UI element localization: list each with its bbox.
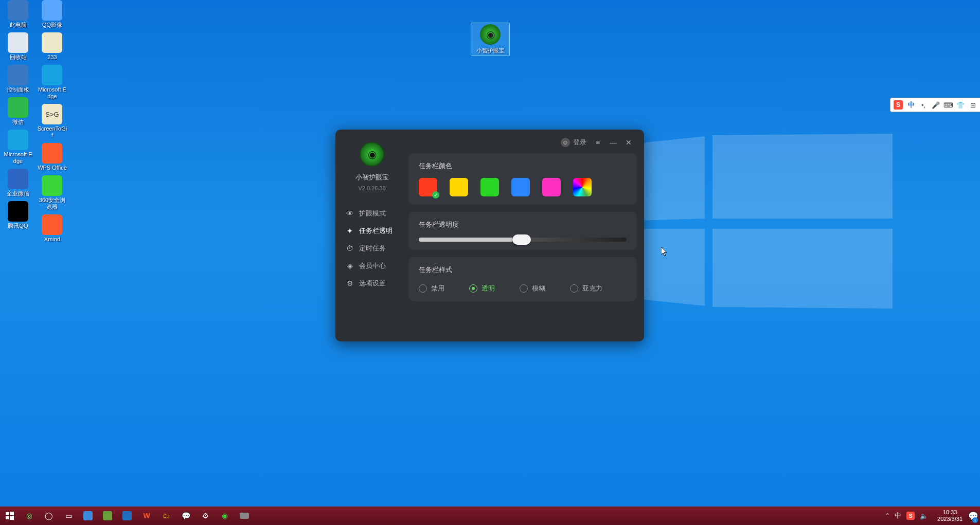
color-swatch-0[interactable]: ✓	[419, 178, 437, 196]
app-icon	[42, 175, 62, 196]
color-swatches: ✓	[419, 178, 627, 196]
radio-label: 禁用	[431, 284, 444, 293]
desktop-icon[interactable]: 360安全浏览器	[36, 175, 68, 210]
desktop-icon-label: Xmind	[44, 236, 60, 243]
desktop-icon[interactable]: Microsoft Edge	[36, 65, 68, 100]
login-label: 登录	[573, 138, 586, 147]
sidebar-item-2[interactable]: ⏱定时任务	[335, 240, 408, 257]
nav-label: 定时任务	[359, 244, 386, 253]
clock-time: 10:33	[937, 509, 963, 516]
svg-rect-6	[10, 512, 14, 515]
tray-chevron-up-icon[interactable]: ˄	[886, 512, 889, 520]
desktop-icon[interactable]: 233	[36, 32, 68, 61]
desktop-icon[interactable]: 控制面板	[2, 65, 34, 93]
desktop-icon-xiaozhi[interactable]: ◉ 小智护眼宝	[471, 23, 510, 56]
app-icon: S>G	[42, 104, 62, 124]
tray-sogou-icon[interactable]: S	[906, 512, 915, 520]
desktop-icons: 此电脑回收站控制面板微信Microsoft Edge企业微信腾讯QQ QQ影像2…	[2, 0, 68, 247]
app-icon	[8, 130, 28, 150]
ime-punct-icon[interactable]: •,	[919, 101, 928, 109]
ime-lang-indicator[interactable]: 中	[907, 101, 915, 109]
style-radio-2[interactable]: 模糊	[520, 284, 545, 293]
desktop-icon-label: Microsoft Edge	[3, 151, 33, 165]
ime-toolbox-icon[interactable]: ⊞	[969, 101, 977, 109]
nav-label: 任务栏透明	[359, 226, 393, 236]
taskbar-app3[interactable]	[117, 506, 137, 525]
desktop-icon[interactable]: 回收站	[2, 32, 34, 61]
desktop-icon[interactable]: S>GScreenToGif	[36, 104, 68, 139]
taskbar-settings[interactable]: ⚙	[195, 506, 215, 525]
notification-badge: 1	[972, 517, 978, 523]
action-center-button[interactable]: 💬 1	[967, 506, 980, 525]
ime-voice-icon[interactable]: 🎤	[932, 101, 940, 109]
taskbar-wps[interactable]: W	[137, 506, 156, 525]
start-button[interactable]	[0, 506, 20, 525]
taskbar-cortana[interactable]: ◯	[39, 506, 59, 525]
style-radio-0[interactable]: 禁用	[419, 284, 444, 293]
color-swatch-2[interactable]	[480, 178, 499, 196]
nav-label: 会员中心	[359, 261, 386, 270]
opacity-slider[interactable]	[419, 238, 627, 242]
sogou-icon[interactable]: S	[894, 100, 903, 110]
taskbar-360browser[interactable]: ◎	[20, 506, 39, 525]
radio-circle-icon	[570, 284, 578, 293]
close-button[interactable]: ✕	[625, 138, 633, 147]
taskbar-app1[interactable]	[78, 506, 98, 525]
minimize-button[interactable]: —	[609, 138, 617, 147]
app-icon	[42, 214, 62, 235]
svg-marker-1	[712, 134, 893, 219]
ime-skin-icon[interactable]: 👕	[956, 101, 965, 109]
radio-circle-icon	[419, 284, 427, 293]
taskbar-explorer[interactable]: 🗂	[156, 506, 176, 525]
desktop-icon[interactable]: QQ影像	[36, 0, 68, 28]
style-radio-3[interactable]: 亚克力	[570, 284, 602, 293]
ime-toolbar[interactable]: S 中 •, 🎤 ⌨ 👕 ⊞	[890, 98, 980, 112]
opacity-slider-thumb[interactable]	[512, 234, 531, 245]
desktop-icon[interactable]: Xmind	[36, 214, 68, 243]
nav-label: 护眼模式	[359, 209, 386, 218]
panel-taskbar-color: 任务栏颜色 ✓	[408, 153, 637, 205]
desktop-icon-label: ScreenToGif	[37, 125, 67, 139]
nav-icon: ⏱	[346, 244, 354, 252]
desktop-icon-label: 微信	[12, 119, 24, 125]
nav-label: 选项设置	[359, 279, 386, 288]
desktop-icon[interactable]: 腾讯QQ	[2, 201, 34, 229]
color-swatch-5[interactable]	[573, 178, 592, 196]
app-icon	[42, 32, 62, 53]
taskbar-taskview[interactable]: ▭	[59, 506, 78, 525]
login-button[interactable]: ☺ 登录	[561, 138, 586, 147]
desktop-icon-label: 腾讯QQ	[8, 223, 28, 229]
color-swatch-4[interactable]	[542, 178, 561, 196]
menu-button[interactable]: ≡	[594, 138, 602, 147]
mouse-cursor-icon	[661, 247, 668, 257]
nav-icon: 👁	[346, 209, 354, 218]
radio-label: 透明	[482, 284, 495, 293]
svg-marker-3	[712, 229, 893, 309]
sidebar-item-3[interactable]: ◈会员中心	[335, 257, 408, 275]
ime-keyboard-icon[interactable]: ⌨	[944, 101, 952, 109]
panel-taskbar-opacity: 任务栏透明度	[408, 212, 637, 250]
tray-volume-icon[interactable]: 🔈	[920, 512, 928, 520]
tray-ime-lang[interactable]: 中	[895, 511, 901, 520]
style-radio-1[interactable]: 透明	[469, 284, 495, 293]
sidebar-item-4[interactable]: ⚙选项设置	[335, 275, 408, 292]
desktop-icon[interactable]: WPS Office	[36, 143, 68, 171]
color-swatch-3[interactable]	[511, 178, 530, 196]
taskbar-app2[interactable]	[98, 506, 117, 525]
desktop-icon[interactable]: 此电脑	[2, 0, 34, 28]
taskbar-app4[interactable]	[235, 506, 254, 525]
taskbar-wechat[interactable]: 💬	[176, 506, 195, 525]
svg-rect-5	[6, 512, 9, 515]
desktop-icon[interactable]: 微信	[2, 97, 34, 125]
taskbar-clock[interactable]: 10:33 2023/3/31	[933, 509, 967, 522]
nav-icon: ⚙	[346, 279, 354, 287]
sidebar-item-0[interactable]: 👁护眼模式	[335, 205, 408, 222]
app-icon	[8, 65, 28, 85]
sidebar-item-1[interactable]: ✦任务栏透明	[335, 222, 408, 240]
app-window-xiaozhi: ◉ 小智护眼宝 V2.0.26.38 👁护眼模式✦任务栏透明⏱定时任务◈会员中心…	[335, 130, 644, 341]
desktop-icon[interactable]: 企业微信	[2, 169, 34, 197]
sidebar-nav: 👁护眼模式✦任务栏透明⏱定时任务◈会员中心⚙选项设置	[335, 205, 408, 292]
color-swatch-1[interactable]	[450, 178, 468, 196]
taskbar-xiaozhi[interactable]: ◉	[215, 506, 235, 525]
desktop-icon[interactable]: Microsoft Edge	[2, 130, 34, 165]
